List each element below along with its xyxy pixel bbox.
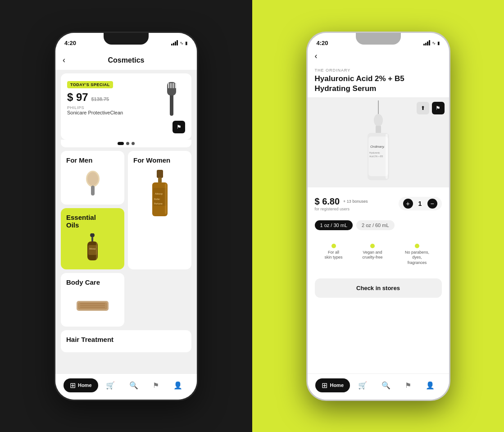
svg-rect-5 [175,83,176,88]
today-special-badge: TODAY'S SPECIAL [67,81,113,88]
dot-2 [126,142,129,145]
size-options: 1 oz / 30 mL 2 oz / 60 mL [315,220,442,230]
category-for-women[interactable]: For Women Aēsop [128,151,191,269]
product-bookmark-button[interactable]: ⚑ [432,102,445,114]
perfume-bottle-icon: Aēsop Roller Perfume [149,168,171,226]
for-men-image [66,168,119,199]
essential-oils-image: Aēsop [66,232,119,264]
feature-no-parabens: No parabens,dyes, fragrances [403,244,432,266]
shaving-brush-icon [84,170,102,197]
left-nav-saved[interactable]: ⚑ [146,378,165,392]
left-nav-profile[interactable]: 👤 [167,378,189,392]
product-info-header: THE ORDINARY Hyaluronic Acid 2% + B5Hydr… [308,62,449,97]
right-status-icons: ∿ ▮ [423,40,440,45]
right-signal-icon [423,40,430,45]
product-detail-screen: THE ORDINARY Hyaluronic Acid 2% + B5Hydr… [308,62,449,400]
svg-rect-4 [173,83,174,88]
for-women-title: For Women [133,156,186,164]
product-image-actions: ⬆ ⚑ [417,102,445,114]
product-brand-label: THE ORDINARY [315,68,442,73]
right-back-button[interactable]: ‹ [315,51,318,61]
banner-top: TODAY'S SPECIAL $ 97 $138.75 PHILIPS Son… [67,80,185,133]
svg-rect-20 [88,245,97,255]
svg-text:Acid 2% + B5: Acid 2% + B5 [369,155,383,158]
category-grid: For Men For Women [61,151,191,327]
banner-left: TODAY'S SPECIAL $ 97 $138.75 PHILIPS Son… [67,80,158,115]
svg-rect-10 [158,177,162,183]
oil-bottle-icon: Aēsop [85,233,100,263]
right-phone-inner: 4:20 ∿ ▮ ‹ [308,33,449,400]
svg-text:Aēsop: Aēsop [89,247,95,250]
right-home-label: Home [330,382,344,388]
size-option-60ml[interactable]: 2 oz / 60 mL [356,220,395,230]
left-bottom-nav: ⊞ Home 🛒 🔍 ⚑ 👤 [55,373,197,400]
banner-brand: PHILIPS [67,105,158,110]
svg-point-17 [90,233,95,237]
carousel-dots [61,140,191,147]
right-nav-search[interactable]: 🔍 [375,378,397,392]
feature-skin-types: For allskin types [324,244,342,266]
right-cart-icon: 🛒 [358,381,367,390]
right-nav-profile[interactable]: 👤 [419,378,441,392]
product-image-area: ⬆ ⚑ [308,97,449,187]
svg-rect-36 [386,134,388,179]
qty-increase-button[interactable]: + [403,199,413,209]
right-nav-home[interactable]: ⊞ Home [315,378,350,392]
left-nav-search[interactable]: 🔍 [123,378,145,392]
features-row: For allskin types Vegan andcruelty-free … [315,239,442,270]
svg-rect-24 [78,302,107,309]
bonus-note: + 13 bonuses [343,199,368,204]
image-share-button[interactable]: ⬆ [417,102,429,114]
left-battery-icon: ▮ [185,41,188,45]
dot-1 [118,142,124,145]
svg-rect-22 [96,242,97,259]
right-bottom-nav: ⊞ Home 🛒 🔍 ⚑ 👤 [308,373,449,400]
left-phone-frame: 4:20 ∿ ▮ ‹ Cosmetics [54,32,198,401]
left-nav-home[interactable]: ⊞ Home [64,378,98,392]
product-title-text: Hyaluronic Acid 2% + B5Hydrating Serum [315,74,404,93]
product-main-title: Hyaluronic Acid 2% + B5Hydrating Serum [315,74,442,94]
feature-dot-1 [331,244,336,248]
left-nav-cart[interactable]: 🛒 [100,378,121,392]
body-care-image [66,290,119,321]
svg-text:Ordinary.: Ordinary. [370,145,385,149]
bookmark-nav-icon: ⚑ [153,381,159,390]
bookmark-icon: ⚑ [177,124,182,130]
svg-rect-30 [376,126,381,134]
quantity-control: + 1 − [399,197,442,210]
svg-point-29 [374,114,383,127]
right-home-icon: ⊞ [322,381,327,390]
category-for-men[interactable]: For Men [61,151,124,205]
home-nav-label: Home [78,382,92,388]
svg-rect-3 [170,83,172,88]
profile-icon: 👤 [173,381,182,390]
feature-dot-2 [370,244,375,248]
left-back-button[interactable]: ‹ [63,55,65,65]
product-price: $ 6.80 [315,196,340,207]
left-background: 4:20 ∿ ▮ ‹ Cosmetics [0,0,252,432]
banner-bookmark-button[interactable]: ⚑ [173,121,185,133]
category-essential-oils[interactable]: EssentialOils Aēsop [61,208,124,269]
feature-label-1: For allskin types [324,250,342,260]
qty-decrease-button[interactable]: − [427,199,437,209]
banner-card: TODAY'S SPECIAL $ 97 $138.75 PHILIPS Son… [61,73,191,140]
left-wifi-icon: ∿ [180,41,183,45]
svg-rect-7 [91,186,95,196]
category-hair-treatment[interactable]: Hair Treatment [61,330,191,352]
right-app-header: ‹ [308,51,449,62]
right-nav-cart[interactable]: 🛒 [352,378,373,392]
check-stores-button[interactable]: Check in stores [315,278,442,298]
svg-text:Aēsop: Aēsop [155,192,163,195]
right-nav-saved[interactable]: ⚑ [399,378,418,392]
essential-oils-title: EssentialOils [66,214,119,229]
left-signal-icon [171,40,178,45]
left-header-title: Cosmetics [108,56,145,64]
left-app-header: ‹ Cosmetics [55,51,197,70]
size-option-30ml[interactable]: 1 oz / 30 mL [315,220,353,230]
right-battery-icon: ▮ [437,41,440,45]
category-body-care[interactable]: Body Care [61,273,124,327]
left-notch [104,33,149,45]
svg-text:Perfume: Perfume [154,202,163,205]
right-profile-icon: 👤 [426,381,435,390]
left-status-icons: ∿ ▮ [171,40,188,45]
